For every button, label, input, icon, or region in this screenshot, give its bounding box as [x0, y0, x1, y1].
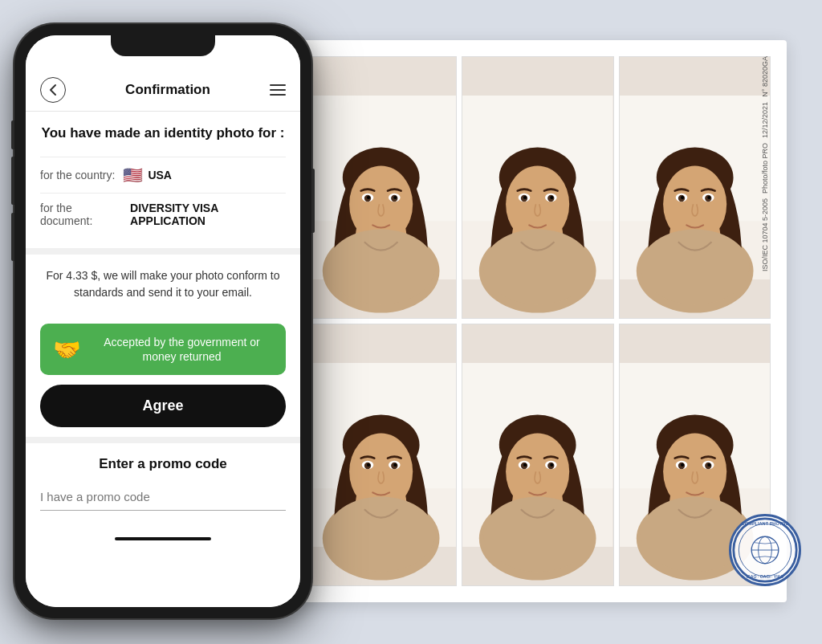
svg-point-53	[367, 463, 370, 467]
guarantee-banner[interactable]: 🤝 Accepted by the government or money re…	[40, 324, 286, 375]
passport-photo-5	[462, 324, 613, 586]
back-button[interactable]	[40, 77, 66, 103]
promo-title: Enter a promo code	[40, 456, 286, 472]
svg-point-27	[483, 230, 592, 305]
svg-point-12	[393, 196, 397, 199]
agree-button[interactable]: Agree	[40, 385, 286, 427]
divider-2	[26, 437, 300, 443]
svg-point-25	[523, 196, 527, 199]
svg-point-67	[523, 463, 527, 467]
svg-text:ICAO · OACI · YIAO: ICAO · OACI · YIAO	[746, 574, 783, 579]
menu-line-1	[270, 84, 286, 86]
sheet-date: 12/12/2021	[761, 102, 769, 138]
phone-side-vol-down	[11, 213, 14, 261]
svg-point-55	[327, 497, 435, 573]
sheet-iso: ISO/IEC 10704 5-2005	[761, 198, 769, 271]
svg-point-82	[707, 463, 710, 467]
home-bar	[115, 537, 211, 540]
guarantee-icon: 🤝	[53, 336, 81, 363]
phone-side-vol-up	[11, 157, 14, 205]
svg-point-26	[551, 196, 554, 199]
country-value: 🇺🇸 USA	[123, 165, 172, 185]
country-flag: 🇺🇸	[123, 165, 143, 185]
country-row: for the country: 🇺🇸 USA	[40, 157, 286, 193]
document-value: DIVERSITY VISA APPLICATION	[130, 202, 286, 227]
svg-point-69	[483, 497, 592, 573]
phone-device: Confirmation You have made an identity p…	[14, 24, 311, 618]
pricing-text: For 4.33 $, we will make your photo conf…	[40, 267, 286, 301]
country-label: for the country:	[40, 169, 115, 181]
photo-grid	[305, 56, 771, 586]
svg-point-81	[681, 463, 684, 467]
svg-text:COMPLIANT PHOTOS: COMPLIANT PHOTOS	[741, 521, 788, 526]
menu-line-3	[270, 94, 286, 96]
phone-frame: Confirmation You have made an identity p…	[14, 24, 311, 618]
phone-side-mute	[11, 120, 14, 149]
document-row: for the document: DIVERSITY VISA APPLICA…	[40, 193, 286, 235]
photo-sheet: N° 82020GA 12/12/2021 Photo/foto PRO ISO…	[289, 40, 787, 602]
sheet-number: N° 82020GA	[761, 56, 769, 97]
page-title: Confirmation	[125, 82, 210, 98]
svg-point-54	[393, 463, 397, 467]
screen-content: You have made an identity photo for : fo…	[26, 112, 300, 607]
phone-notch	[111, 35, 215, 56]
sheet-side-label: N° 82020GA 12/12/2021 Photo/foto PRO ISO…	[743, 40, 787, 602]
confirmation-title: You have made an identity photo for :	[40, 124, 286, 142]
country-name: USA	[148, 169, 172, 181]
menu-button[interactable]	[270, 84, 286, 96]
home-indicator	[26, 527, 300, 551]
pricing-section: For 4.33 $, we will make your photo conf…	[26, 255, 300, 314]
svg-point-11	[367, 196, 370, 199]
sheet-brand: Photo/foto PRO	[761, 143, 769, 194]
svg-point-68	[551, 463, 554, 467]
promo-input[interactable]	[40, 483, 286, 511]
svg-point-40	[707, 196, 710, 199]
promo-section: Enter a promo code	[26, 443, 300, 527]
passport-photo-2	[462, 56, 613, 319]
guarantee-text: Accepted by the government or money retu…	[91, 335, 273, 364]
passport-photo-4	[305, 324, 457, 586]
confirmation-section: You have made an identity photo for : fo…	[26, 112, 300, 248]
phone-side-power	[311, 169, 315, 233]
compliant-stamp: COMPLIANT PHOTOS ICAO · OACI · YIAO	[729, 514, 801, 586]
svg-point-13	[327, 230, 435, 305]
nav-bar: Confirmation	[26, 71, 300, 112]
document-label: for the document:	[40, 202, 122, 227]
svg-point-39	[681, 196, 684, 199]
passport-photo-1	[305, 56, 457, 319]
svg-point-41	[641, 230, 749, 305]
phone-screen: Confirmation You have made an identity p…	[26, 35, 300, 607]
divider-1	[26, 248, 300, 255]
menu-line-2	[270, 89, 286, 91]
